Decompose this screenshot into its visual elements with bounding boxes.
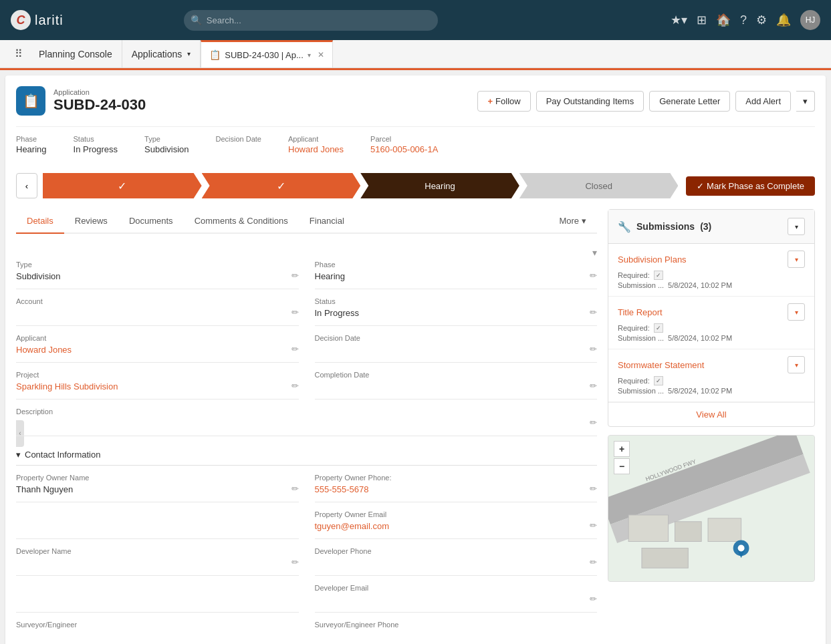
submission1-meta: Required: ✓ Submission ... 5/8/2024, 10:…	[618, 271, 805, 289]
field-property-owner-phone: Property Owner Phone: 555-555-5678 ✏	[315, 474, 598, 502]
closed-phase-label: Closed	[585, 181, 612, 191]
owner-name-edit-icon[interactable]: ✏	[291, 484, 299, 494]
form-row-owner-email: Property Owner Email tguyen@email.com ✏	[16, 510, 597, 544]
applications-chevron-icon: ▾	[187, 50, 191, 57]
submission-item-1: Subdivision Plans ▾ Required: ✓ Submissi…	[608, 244, 814, 297]
completion-date-edit-icon[interactable]: ✏	[590, 381, 597, 391]
meta-parcel: Parcel 5160-005-006-1A	[370, 135, 438, 154]
tab-more[interactable]: More ▾	[548, 209, 597, 232]
meta-decision-date: Decision Date	[216, 135, 261, 154]
generate-letter-button[interactable]: Generate Letter	[649, 91, 730, 112]
phase-nav-back-button[interactable]: ‹	[16, 173, 37, 198]
expand-icon[interactable]: ▾	[592, 247, 597, 258]
add-alert-button[interactable]: Add Alert	[735, 91, 791, 112]
active-application-tab[interactable]: 📋 SUBD-24-030 | Ap... ▾ ✕	[201, 40, 333, 67]
form-row-developer-email: Developer Email ✏	[16, 584, 597, 618]
grid-icon[interactable]: ⊞	[697, 13, 707, 27]
tab-financial[interactable]: Financial	[299, 209, 355, 234]
apps-grid-icon[interactable]: ⠿	[8, 40, 29, 67]
mark-phase-complete-button[interactable]: ✓ Mark Phase as Complete	[686, 176, 815, 196]
owner-email-edit-icon[interactable]: ✏	[590, 520, 597, 530]
tab-reviews[interactable]: Reviews	[64, 209, 118, 234]
phase2-check-icon: ✓	[277, 180, 285, 192]
submission2-meta: Required: ✓ Submission ... 5/8/2024, 10:…	[618, 323, 805, 342]
submission-item-2: Title Report ▾ Required: ✓ Submission ..…	[608, 297, 814, 349]
application-header: 📋 Application SUBD-24-030 + Follow Pay O…	[16, 86, 815, 127]
phase-step-closed[interactable]: Closed	[519, 173, 679, 198]
follow-button[interactable]: + Follow	[477, 91, 530, 112]
owner-phone-edit-icon[interactable]: ✏	[590, 484, 597, 494]
field-surveyor-phone: Surveyor/Engineer Phone	[315, 621, 598, 644]
contact-section-title: Contact Information	[25, 450, 100, 460]
application-meta: Phase Hearing Status In Progress Type Su…	[16, 127, 815, 162]
type-edit-icon[interactable]: ✏	[291, 271, 299, 281]
submission3-required-checkbox[interactable]: ✓	[654, 376, 663, 385]
developer-email-edit-icon[interactable]: ✏	[590, 594, 597, 604]
submissions-header: 🔧 Submissions (3) ▾	[608, 210, 814, 244]
header-actions: + Follow Pay Outstanding Items Generate …	[477, 91, 815, 112]
map-zoom-in-button[interactable]: +	[614, 441, 630, 457]
logo-icon: C	[11, 10, 31, 30]
account-edit-icon[interactable]: ✏	[291, 307, 299, 317]
app-label: Application	[53, 88, 146, 96]
tab-bar: ⠿ Planning Console Applications ▾ 📋 SUBD…	[0, 40, 831, 68]
pay-outstanding-button[interactable]: Pay Outstanding Items	[536, 91, 644, 112]
field-completion-date: Completion Date ✏	[315, 371, 598, 399]
applicant-edit-icon[interactable]: ✏	[291, 344, 299, 354]
tab-details[interactable]: Details	[16, 209, 64, 234]
status-edit-icon[interactable]: ✏	[590, 307, 597, 317]
app-title-info: Application SUBD-24-030	[53, 88, 146, 114]
main-content: 📋 Application SUBD-24-030 + Follow Pay O…	[5, 75, 826, 644]
field-decision-date: Decision Date ✏	[315, 334, 598, 363]
view-all-button[interactable]: View All	[608, 402, 814, 426]
tab-documents[interactable]: Documents	[118, 209, 184, 234]
search-bar[interactable]: 🔍	[184, 10, 438, 31]
avatar[interactable]: HJ	[800, 10, 820, 30]
field-type: Type Subdivision ✏	[16, 261, 299, 289]
project-edit-icon[interactable]: ✏	[291, 381, 299, 391]
decision-date-edit-icon[interactable]: ✏	[590, 344, 597, 354]
contact-section-toggle[interactable]: ▾ Contact Information	[16, 444, 597, 466]
wrench-icon: 🔧	[618, 220, 631, 233]
phase-step-hearing[interactable]: Hearing	[360, 173, 519, 198]
field-project: Project Sparkling Hills Subdivision ✏	[16, 371, 299, 399]
submission2-required-checkbox[interactable]: ✓	[654, 323, 663, 333]
field-property-owner-email: Property Owner Email tguyen@email.com ✏	[315, 510, 598, 539]
actions-dropdown-button[interactable]: ▾	[796, 91, 815, 112]
submissions-panel: 🔧 Submissions (3) ▾ Subdivision Plans ▾	[608, 209, 815, 427]
notifications-icon[interactable]: 🔔	[776, 13, 791, 27]
developer-phone-edit-icon[interactable]: ✏	[590, 557, 597, 567]
map-zoom-out-button[interactable]: −	[614, 458, 630, 474]
map-controls: + −	[614, 441, 630, 474]
description-edit-icon[interactable]: ✏	[590, 418, 597, 428]
field-account: Account ✏	[16, 297, 299, 326]
phase-edit-icon[interactable]: ✏	[590, 271, 597, 281]
svg-rect-5	[708, 518, 741, 542]
field-spacer2	[16, 584, 299, 613]
settings-icon[interactable]: ⚙	[756, 13, 767, 27]
help-icon[interactable]: ?	[740, 13, 747, 27]
field-spacer	[16, 510, 299, 539]
svg-point-10	[738, 545, 745, 552]
tab-comments-conditions[interactable]: Comments & Conditions	[184, 209, 299, 234]
tab-close-button[interactable]: ✕	[318, 50, 324, 59]
field-status: Status In Progress ✏	[315, 297, 598, 326]
home-icon[interactable]: 🏠	[716, 13, 731, 27]
meta-phase: Phase Hearing	[16, 135, 47, 154]
submission1-required-checkbox[interactable]: ✓	[654, 271, 663, 280]
map-area: + − HOLLYWO	[608, 435, 815, 582]
phase-step-1[interactable]: ✓	[43, 173, 202, 198]
search-input[interactable]	[184, 10, 438, 31]
meta-status: Status In Progress	[74, 135, 118, 154]
phase-step-2[interactable]: ✓	[202, 173, 361, 198]
submission3-dropdown-button[interactable]: ▾	[788, 356, 805, 373]
planning-console-tab[interactable]: Planning Console	[29, 40, 122, 67]
developer-name-edit-icon[interactable]: ✏	[291, 557, 299, 567]
form-row-project-completion: Project Sparkling Hills Subdivision ✏ Co…	[16, 371, 597, 405]
favorites-icon[interactable]: ★▾	[671, 13, 687, 27]
submission2-dropdown-button[interactable]: ▾	[788, 303, 805, 321]
submissions-dropdown-button[interactable]: ▾	[788, 218, 805, 235]
applications-tab[interactable]: Applications ▾	[122, 40, 201, 67]
field-developer-email: Developer Email ✏	[315, 584, 598, 613]
submission1-dropdown-button[interactable]: ▾	[788, 251, 805, 268]
